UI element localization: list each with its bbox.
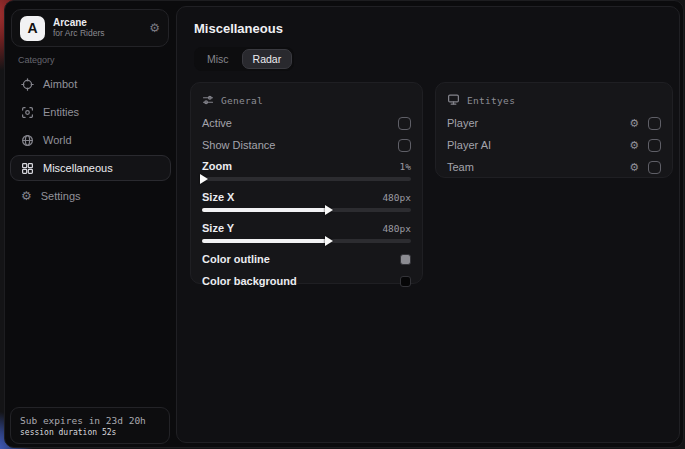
app-subtitle: for Arc Riders xyxy=(53,29,141,39)
active-label: Active xyxy=(202,117,398,129)
player-ai-checkbox[interactable] xyxy=(648,139,661,152)
player-ai-label: Player AI xyxy=(447,139,629,151)
player-checkbox[interactable] xyxy=(648,117,661,130)
app-window: A Arcane for Arc Riders ⚙ Category Aimbo… xyxy=(4,0,684,448)
player-ai-gear-icon[interactable]: ⚙ xyxy=(629,140,639,151)
size-y-slider-fill xyxy=(202,239,327,243)
sidebar-item-settings[interactable]: ⚙ Settings xyxy=(10,183,171,209)
team-label: Team xyxy=(447,161,629,173)
tab-misc[interactable]: Misc xyxy=(196,49,240,69)
sidebar-item-miscellaneous[interactable]: Miscellaneous xyxy=(10,155,171,181)
color-outline-row: Color outline xyxy=(202,251,411,267)
account-gear-icon[interactable]: ⚙ xyxy=(149,22,160,34)
logo-card: A Arcane for Arc Riders ⚙ xyxy=(11,9,169,47)
sub-expires-text: Sub expires in 23d 20h xyxy=(20,415,160,426)
size-x-slider-fill xyxy=(202,208,327,212)
zoom-label: Zoom xyxy=(202,160,400,172)
size-x-row: Size X 480px xyxy=(202,189,411,205)
size-x-value: 480px xyxy=(382,192,411,203)
entities-panel: Entityes Player ⚙ Player AI ⚙ Team ⚙ xyxy=(435,82,673,178)
size-y-slider[interactable] xyxy=(202,239,411,243)
sidebar-item-label: Settings xyxy=(41,190,81,202)
sidebar-item-label: Entities xyxy=(43,106,79,118)
tab-bar: Misc Radar xyxy=(194,47,294,71)
general-panel-title: General xyxy=(221,95,263,106)
size-y-label: Size Y xyxy=(202,222,382,234)
globe-icon xyxy=(21,134,34,147)
zoom-row: Zoom 1% xyxy=(202,158,411,174)
general-panel: General Active Show Distance Zoom 1% Siz… xyxy=(190,82,423,284)
zoom-slider[interactable] xyxy=(202,177,411,181)
sidebar-item-label: World xyxy=(43,134,72,146)
show-distance-label: Show Distance xyxy=(202,139,398,151)
subscription-info: Sub expires in 23d 20h session duration … xyxy=(10,407,170,444)
category-label: Category xyxy=(18,55,55,65)
scan-eye-icon xyxy=(21,106,34,119)
zoom-slider-thumb[interactable] xyxy=(200,174,208,184)
sidebar-item-label: Miscellaneous xyxy=(43,162,113,174)
entities-panel-title: Entityes xyxy=(467,95,515,106)
team-row: Team ⚙ xyxy=(447,159,661,175)
main-content: Miscellaneous Misc Radar General Active … xyxy=(176,6,680,443)
logo-text: Arcane for Arc Riders xyxy=(53,17,141,38)
general-panel-header: General xyxy=(202,93,411,108)
player-row: Player ⚙ xyxy=(447,115,661,131)
color-background-swatch[interactable] xyxy=(400,276,411,287)
player-label: Player xyxy=(447,117,629,129)
app-logo: A xyxy=(20,16,45,41)
player-gear-icon[interactable]: ⚙ xyxy=(629,118,639,129)
team-checkbox[interactable] xyxy=(648,161,661,174)
sidebar-item-label: Aimbot xyxy=(43,78,77,90)
color-background-label: Color background xyxy=(202,275,400,287)
size-x-slider[interactable] xyxy=(202,208,411,212)
sidebar-nav: Aimbot Entities World Miscellaneous ⚙ Se… xyxy=(10,71,171,211)
session-duration-text: session duration 52s xyxy=(20,428,160,437)
size-y-row: Size Y 480px xyxy=(202,220,411,236)
active-row: Active xyxy=(202,115,411,131)
show-distance-checkbox[interactable] xyxy=(398,139,411,152)
sliders-icon xyxy=(202,92,214,110)
team-gear-icon[interactable]: ⚙ xyxy=(629,162,639,173)
gear-icon: ⚙ xyxy=(21,190,32,202)
zoom-value: 1% xyxy=(400,161,411,172)
color-outline-label: Color outline xyxy=(202,253,400,265)
monitor-icon xyxy=(447,92,460,110)
sidebar-item-world[interactable]: World xyxy=(10,127,171,153)
crosshair-icon xyxy=(21,78,34,91)
size-y-slider-thumb[interactable] xyxy=(325,236,333,246)
sidebar-item-aimbot[interactable]: Aimbot xyxy=(10,71,171,97)
grid-icon xyxy=(21,162,34,175)
active-checkbox[interactable] xyxy=(398,117,411,130)
show-distance-row: Show Distance xyxy=(202,137,411,153)
size-y-value: 480px xyxy=(382,223,411,234)
color-outline-swatch[interactable] xyxy=(400,254,411,265)
size-x-slider-thumb[interactable] xyxy=(325,205,333,215)
size-x-label: Size X xyxy=(202,191,382,203)
sidebar-item-entities[interactable]: Entities xyxy=(10,99,171,125)
tab-radar[interactable]: Radar xyxy=(242,49,293,69)
page-title: Miscellaneous xyxy=(194,21,283,36)
player-ai-row: Player AI ⚙ xyxy=(447,137,661,153)
entities-panel-header: Entityes xyxy=(447,93,661,108)
color-background-row: Color background xyxy=(202,273,411,289)
